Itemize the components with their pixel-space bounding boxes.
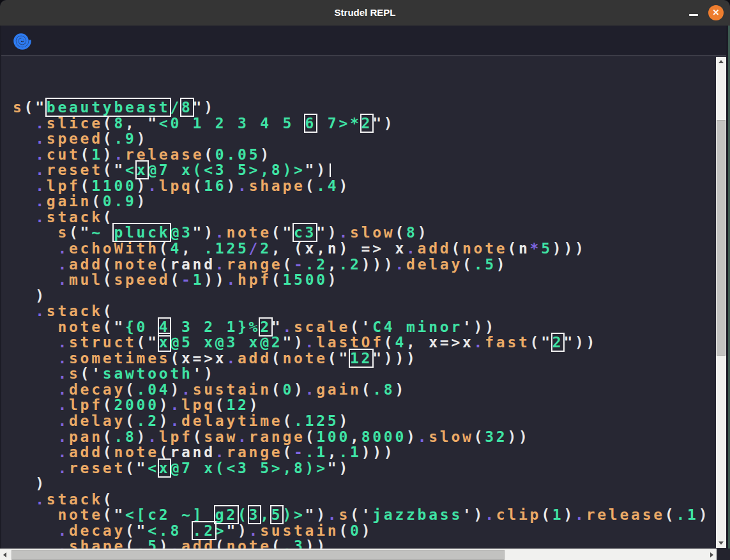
code-line: .reset("<x@7 x(<3 5>,8)>") [13, 162, 714, 178]
code-line: .cut(1).release(0.05) [13, 147, 714, 163]
scroll-up-arrow-icon[interactable] [719, 60, 724, 63]
active-event-highlight: 6 [305, 115, 317, 132]
code-line: .stack( [13, 303, 714, 319]
code-line: .mul(speed(-1)).hpf(1500) [13, 272, 714, 288]
code-line: .reset("<x@7 x(<3 5>,8)>") [13, 460, 714, 476]
horizontal-scrollbar[interactable] [0, 549, 717, 560]
active-event-highlight: x [159, 460, 171, 476]
window-left-border [0, 26, 1, 560]
code-line: note("{0 4 3 2 1}%2".scale('C4 minor')) [13, 319, 714, 335]
active-event-highlight: c3 [294, 224, 316, 241]
window-title: Strudel REPL [0, 0, 730, 26]
active-event-highlight: 2 [361, 115, 373, 132]
scroll-down-arrow-icon[interactable] [719, 541, 724, 545]
active-event-highlight: 3 [249, 506, 261, 523]
code-line: .delay(.2).delaytime(.125) [13, 413, 714, 429]
code-line: .gain(0.9) [13, 193, 714, 209]
code-line: .sometimes(x=>x.add(note("12"))) [13, 351, 714, 367]
vertical-scrollbar-thumb[interactable] [717, 120, 726, 356]
code-editor[interactable]: s("beautybeast/8") .slice(8, "<0 1 2 3 4… [0, 57, 714, 549]
strudel-spiral-icon[interactable] [13, 31, 32, 50]
active-event-highlight: 8 [181, 99, 193, 116]
active-event-highlight: x [159, 334, 171, 351]
code-line: s("beautybeast/8") [13, 100, 714, 116]
code-line: note("<[c2 ~] g2(3,5)>").s('jazzbass').c… [13, 507, 714, 523]
active-event-highlight: 2 [552, 334, 564, 351]
active-event-highlight: pluck [114, 224, 170, 241]
active-event-highlight: g2 [215, 506, 238, 523]
close-button[interactable]: ✕ [708, 5, 724, 20]
close-x-icon: ✕ [708, 5, 724, 20]
minimize-dash-icon [689, 14, 698, 16]
code-line: .decay(.04).sustain(0).gain(.8) [13, 382, 714, 398]
scroll-right-arrow-icon[interactable] [710, 552, 713, 557]
code-line: .stack( [13, 492, 714, 508]
active-event-highlight: 2 [260, 319, 271, 335]
code-line: .add(note(rand.range(-.2,.2))).delay(.5) [13, 257, 714, 273]
code-line: .decay("<.8 .2>").sustain(0) [13, 523, 714, 539]
scrollbar-corner [717, 549, 730, 560]
active-event-highlight: beautybeast [47, 99, 171, 116]
active-event-highlight: x [137, 162, 148, 178]
active-event-highlight: 5 [271, 506, 283, 523]
titlebar[interactable]: Strudel REPL ✕ [0, 0, 730, 26]
active-event-highlight: .2 [193, 522, 215, 539]
code-line: .slice(8, "<0 1 2 3 4 5 6 7>*2") [13, 116, 714, 132]
horizontal-scrollbar-thumb[interactable] [11, 550, 505, 560]
scroll-left-arrow-icon[interactable] [3, 552, 6, 557]
active-event-highlight: 12 [350, 350, 372, 367]
code-line: .shape(.5).add(note(.3)) [13, 538, 714, 549]
code-line: .stack( [13, 209, 714, 225]
strudel-repl-window: Strudel REPL ✕ s("beautybeast/8") .slice… [0, 0, 730, 560]
code-line: .s('sawtooth') [13, 366, 714, 382]
active-event-highlight: 4 [159, 319, 171, 335]
code-line: .speed(.9) [13, 131, 714, 147]
vertical-scrollbar[interactable] [716, 57, 726, 548]
text-cursor [330, 163, 331, 177]
code-line: .lpf(2000).lpq(12) [13, 397, 714, 413]
code-line: ) [13, 476, 714, 492]
code-line: .add(note(rand.range(-.1,.1))) [13, 444, 714, 460]
code-lines: s("beautybeast/8") .slice(8, "<0 1 2 3 4… [13, 100, 714, 549]
app-header [0, 26, 730, 56]
minimize-button[interactable] [685, 5, 701, 22]
code-line: ) [13, 288, 714, 304]
code-line: .pan(.8).lpf(saw.range(100,8000).slow(32… [13, 429, 714, 445]
code-line: s("~ pluck@3").note("c3").slow(8) [13, 225, 714, 241]
code-line: .struct("x@5 x@3 x@2").lastOf(4, x=>x.fa… [13, 335, 714, 351]
code-line: .lpf(1100).lpq(16).shape(.4) [13, 178, 714, 194]
code-line: .echoWith(4, .125/2, (x,n) => x.add(note… [13, 241, 714, 257]
